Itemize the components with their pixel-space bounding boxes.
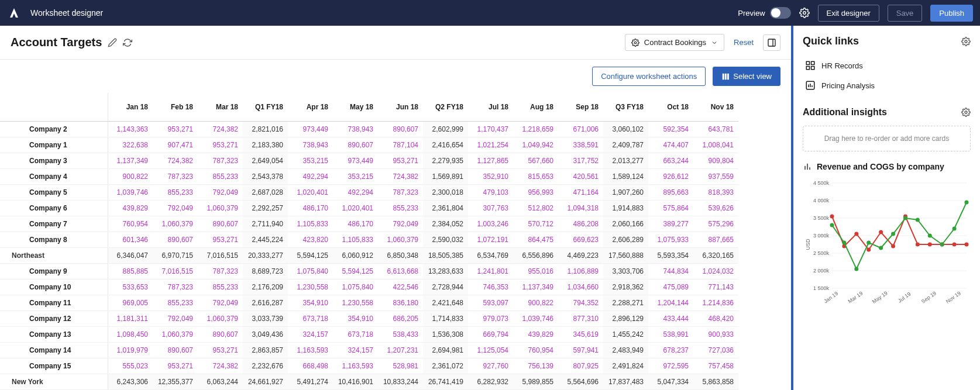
cell[interactable]: 5,564,696: [558, 374, 603, 389]
cell[interactable]: 2,361,804: [423, 200, 468, 216]
cell[interactable]: 724,382: [198, 358, 243, 374]
cell[interactable]: 956,993: [513, 184, 558, 200]
cell[interactable]: 1,039,746: [108, 184, 153, 200]
cell[interactable]: 2,687,028: [243, 184, 288, 200]
cell[interactable]: 10,416,901: [333, 374, 378, 389]
cell[interactable]: 2,728,944: [423, 279, 468, 295]
cell[interactable]: 17,837,483: [603, 374, 648, 389]
cell[interactable]: 887,665: [693, 232, 738, 247]
preview-toggle[interactable]: [770, 7, 791, 19]
cell[interactable]: 26,741,419: [423, 374, 468, 389]
cell[interactable]: 787,323: [153, 279, 198, 295]
table-row[interactable]: Northeast6,346,0476,970,7157,016,51520,3…: [0, 247, 738, 263]
quick-link-pricing-analysis[interactable]: Pricing Analysis: [803, 75, 971, 95]
cell[interactable]: 818,393: [693, 184, 738, 200]
cell[interactable]: 6,970,715: [153, 247, 198, 263]
cell[interactable]: 724,382: [198, 121, 243, 137]
refresh-icon[interactable]: [123, 38, 132, 47]
column-header[interactable]: Apr 18: [288, 93, 333, 121]
cell[interactable]: 6,063,244: [198, 374, 243, 389]
cell[interactable]: 1,075,933: [648, 232, 693, 247]
cell[interactable]: 1,105,833: [333, 232, 378, 247]
table-row[interactable]: Company 8601,346890,607953,2712,445,2244…: [0, 232, 738, 247]
cell[interactable]: 1,075,840: [333, 279, 378, 295]
cell[interactable]: 1,105,833: [288, 216, 333, 232]
cell[interactable]: 439,829: [513, 326, 558, 342]
cell[interactable]: 771,143: [693, 279, 738, 295]
cell[interactable]: 756,139: [513, 358, 558, 374]
cell[interactable]: 6,320,165: [693, 247, 738, 263]
cell[interactable]: 1,218,659: [513, 121, 558, 137]
cell[interactable]: 3,049,436: [243, 326, 288, 342]
cell[interactable]: 2,445,224: [243, 232, 288, 247]
cell[interactable]: 744,834: [648, 263, 693, 279]
settings-icon[interactable]: [799, 8, 810, 18]
table-row[interactable]: Company 31,137,349724,382787,3232,649,05…: [0, 153, 738, 168]
table-row[interactable]: Company 131,098,4501,060,379890,6073,049…: [0, 326, 738, 342]
cell[interactable]: 2,183,380: [243, 137, 288, 153]
cell[interactable]: 2,616,287: [243, 295, 288, 310]
cell[interactable]: 885,885: [108, 263, 153, 279]
cell[interactable]: 1,214,836: [693, 295, 738, 310]
cell[interactable]: 1,143,363: [108, 121, 153, 137]
cell[interactable]: 955,016: [513, 263, 558, 279]
cell[interactable]: 12,355,377: [153, 374, 198, 389]
cell[interactable]: 757,458: [693, 358, 738, 374]
cell[interactable]: 855,233: [153, 184, 198, 200]
cell[interactable]: 354,910: [288, 295, 333, 310]
cell[interactable]: 533,653: [108, 279, 153, 295]
cell[interactable]: 423,820: [288, 232, 333, 247]
cell[interactable]: 1,127,865: [468, 153, 513, 168]
cell[interactable]: 6,613,668: [378, 263, 423, 279]
edit-title-icon[interactable]: [108, 38, 117, 47]
cell[interactable]: 1,230,558: [288, 279, 333, 295]
cell[interactable]: 787,104: [378, 137, 423, 153]
cell[interactable]: 2,279,935: [423, 153, 468, 168]
cell[interactable]: 5,594,125: [333, 263, 378, 279]
cell[interactable]: 353,215: [288, 153, 333, 168]
cell[interactable]: 969,005: [108, 295, 153, 310]
configure-actions-button[interactable]: Configure worksheet actions: [592, 67, 706, 86]
cell[interactable]: 592,354: [648, 121, 693, 137]
cell[interactable]: 890,607: [198, 326, 243, 342]
cell[interactable]: 6,282,932: [468, 374, 513, 389]
cell[interactable]: 2,421,648: [423, 295, 468, 310]
table-row[interactable]: Company 1322,638907,471953,2712,183,3807…: [0, 137, 738, 153]
cell[interactable]: 1,008,041: [693, 137, 738, 153]
table-row[interactable]: New York6,243,30612,355,3776,063,24424,6…: [0, 374, 738, 389]
cell[interactable]: 2,918,362: [603, 279, 648, 295]
cell[interactable]: 953,271: [153, 358, 198, 374]
cell[interactable]: 1,034,660: [558, 279, 603, 295]
cell[interactable]: 1,589,124: [603, 168, 648, 184]
cell[interactable]: 3,303,706: [603, 263, 648, 279]
cell[interactable]: 900,933: [693, 326, 738, 342]
cell[interactable]: 1,125,054: [468, 342, 513, 358]
table-row[interactable]: Company 21,143,363953,271724,3822,821,01…: [0, 121, 738, 137]
table-row[interactable]: Company 141,019,979890,607953,2712,863,8…: [0, 342, 738, 358]
cell[interactable]: 760,954: [108, 216, 153, 232]
cell[interactable]: 724,382: [378, 168, 423, 184]
cell[interactable]: 539,626: [693, 200, 738, 216]
cell[interactable]: 669,623: [558, 232, 603, 247]
cell[interactable]: 1,181,311: [108, 310, 153, 326]
cell[interactable]: 864,475: [513, 232, 558, 247]
cell[interactable]: 492,294: [333, 184, 378, 200]
column-header[interactable]: Nov 18: [693, 93, 738, 121]
cell[interactable]: 1,204,144: [648, 295, 693, 310]
quick-links-settings-icon[interactable]: [961, 37, 971, 46]
cell[interactable]: 1,098,450: [108, 326, 153, 342]
cell[interactable]: 807,925: [558, 358, 603, 374]
cell[interactable]: 1,163,593: [333, 358, 378, 374]
cell[interactable]: 2,821,016: [243, 121, 288, 137]
cell[interactable]: 953,271: [198, 342, 243, 358]
cell[interactable]: 575,864: [648, 200, 693, 216]
cell[interactable]: 1,106,889: [558, 263, 603, 279]
table-row[interactable]: Company 15555,023953,271724,3822,232,676…: [0, 358, 738, 374]
table-row[interactable]: Company 7760,9541,060,379890,6072,711,94…: [0, 216, 738, 232]
cell[interactable]: 787,323: [153, 168, 198, 184]
cell[interactable]: 1,094,318: [558, 200, 603, 216]
cell[interactable]: 2,543,378: [243, 168, 288, 184]
cell[interactable]: 6,534,769: [468, 247, 513, 263]
cell[interactable]: 792,049: [198, 295, 243, 310]
cell[interactable]: 815,653: [513, 168, 558, 184]
